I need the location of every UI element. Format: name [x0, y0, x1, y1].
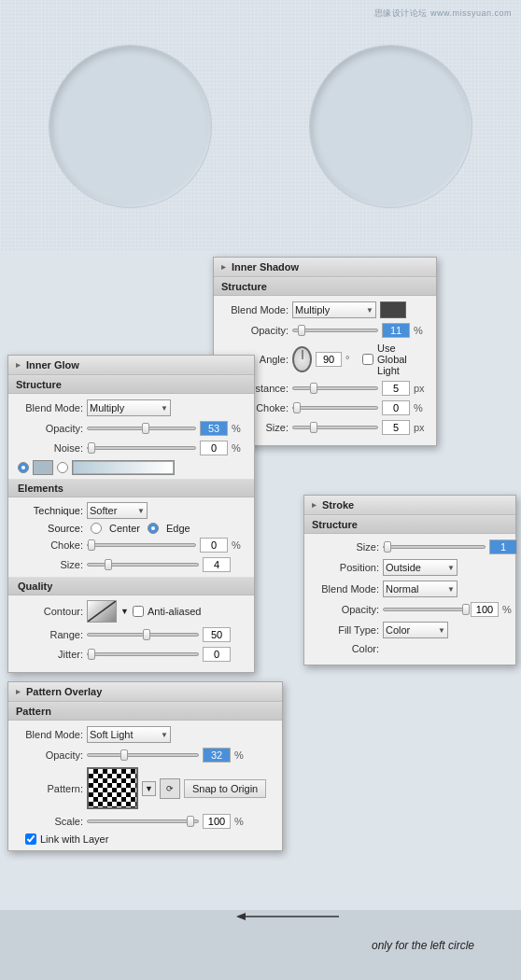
ig-noise-thumb[interactable] — [88, 442, 95, 454]
stroke-size-slider[interactable] — [383, 545, 486, 549]
scale-slider[interactable] — [87, 819, 199, 823]
pattern-overlay-title: Pattern Overlay — [8, 682, 282, 702]
po-blend-dropdown[interactable]: Soft Light ▼ — [87, 726, 171, 743]
angle-input[interactable]: 90 — [316, 352, 342, 367]
stroke-blend-dropdown[interactable]: Normal ▼ — [383, 581, 458, 597]
scale-label: Scale: — [18, 816, 83, 827]
po-blend-row: Blend Mode: Soft Light ▼ — [18, 726, 273, 743]
size-input[interactable]: 5 — [382, 420, 410, 435]
anti-alias-checkbox[interactable] — [133, 606, 144, 617]
range-thumb[interactable] — [143, 629, 150, 640]
gradient-preview[interactable] — [72, 460, 175, 475]
distance-thumb[interactable] — [310, 383, 317, 394]
pattern-expand[interactable]: ▼ — [142, 781, 156, 796]
ig-noise-row: Noise: 0 % — [18, 441, 245, 455]
ig-noise-input[interactable]: 0 — [200, 441, 228, 455]
angle-dial[interactable] — [292, 346, 312, 372]
ig-noise-label: Noise: — [18, 442, 83, 454]
distance-slider[interactable] — [292, 386, 378, 390]
inner-glow-structure-header: Structure — [8, 375, 254, 394]
ig-size-slider[interactable] — [87, 563, 199, 567]
gradient-radio[interactable] — [57, 462, 68, 473]
opacity-input[interactable]: 11 — [382, 323, 410, 338]
svg-marker-1 — [236, 913, 246, 920]
link-layer-row: Link with Layer — [18, 833, 273, 845]
po-opacity-label: Opacity: — [18, 749, 83, 761]
stroke-opacity-thumb[interactable] — [462, 604, 470, 615]
stroke-size-input[interactable]: 1 — [489, 539, 517, 554]
ig-noise-slider[interactable] — [87, 446, 196, 450]
po-opacity-input[interactable]: 32 — [203, 748, 231, 763]
range-row: Range: 50 — [18, 627, 245, 642]
po-blend-label: Blend Mode: — [18, 729, 83, 740]
stroke-opacity-input[interactable]: 100 — [471, 602, 499, 617]
range-slider[interactable] — [87, 633, 199, 637]
scale-thumb[interactable] — [187, 816, 194, 827]
global-light-row: Use Global Light — [362, 343, 427, 376]
pattern-section-header: Pattern — [8, 702, 282, 721]
scale-input[interactable]: 100 — [203, 814, 231, 829]
ig-size-thumb[interactable] — [105, 559, 112, 570]
opacity-slider[interactable] — [292, 329, 378, 332]
choke-input[interactable]: 0 — [382, 400, 410, 415]
size-thumb[interactable] — [310, 422, 317, 433]
distance-unit: px — [414, 383, 427, 394]
blend-mode-row: Blend Mode: Multiply ▼ — [223, 301, 427, 318]
choke-slider[interactable] — [292, 406, 378, 410]
pattern-overlay-dialog: Pattern Overlay Pattern Blend Mode: Soft… — [7, 681, 283, 851]
range-input[interactable]: 50 — [203, 627, 231, 642]
contour-expand[interactable]: ▼ — [120, 607, 129, 616]
po-opacity-row: Opacity: 32 % — [18, 748, 273, 763]
ig-blend-label: Blend Mode: — [18, 402, 83, 413]
canvas-area: 思缘设计论坛 www.missyuan.com — [0, 0, 521, 252]
source-edge-radio[interactable] — [148, 523, 159, 534]
source-center-radio[interactable] — [91, 523, 102, 534]
fill-type-dropdown[interactable]: Color ▼ — [383, 622, 448, 638]
contour-label: Contour: — [18, 606, 83, 617]
global-light-label: Use Global Light — [377, 343, 427, 376]
global-light-checkbox[interactable] — [362, 354, 373, 365]
ig-choke-unit: % — [232, 539, 245, 551]
stroke-opacity-row: Opacity: 100 % — [314, 602, 506, 617]
blend-mode-dropdown[interactable]: Multiply ▼ — [292, 301, 376, 318]
choke-unit: % — [414, 402, 427, 413]
link-layer-checkbox[interactable] — [25, 833, 36, 845]
jitter-thumb[interactable] — [88, 649, 95, 660]
contour-preview[interactable] — [87, 600, 117, 623]
link-layer-label: Link with Layer — [40, 833, 108, 845]
annotation-text: only for the left circle — [372, 939, 474, 952]
stroke-size-thumb[interactable] — [384, 541, 391, 553]
left-circle — [49, 45, 212, 208]
distance-input[interactable]: 5 — [382, 381, 410, 396]
pattern-load-button[interactable]: ⟳ — [160, 778, 180, 799]
stroke-position-dropdown[interactable]: Outside ▼ — [383, 559, 458, 576]
ig-size-input[interactable]: 4 — [203, 557, 231, 572]
ig-opacity-slider[interactable] — [87, 427, 196, 430]
po-opacity-slider[interactable] — [87, 753, 199, 757]
jitter-input[interactable]: 0 — [203, 647, 231, 662]
glow-color-swatch[interactable] — [33, 460, 53, 475]
ig-opacity-input[interactable]: 53 — [200, 421, 228, 436]
pattern-swatch[interactable] — [87, 767, 138, 809]
jitter-slider[interactable] — [87, 652, 199, 656]
color-radio-row — [18, 460, 245, 475]
technique-dropdown[interactable]: Softer ▼ — [87, 502, 148, 519]
ig-opacity-thumb[interactable] — [142, 423, 149, 434]
jitter-row: Jitter: 0 — [18, 647, 245, 662]
ig-choke-slider[interactable] — [87, 543, 196, 547]
ig-opacity-unit: % — [232, 423, 245, 434]
ig-choke-thumb[interactable] — [88, 539, 95, 551]
opacity-thumb[interactable] — [298, 325, 305, 336]
po-opacity-thumb[interactable] — [120, 749, 128, 761]
stroke-opacity-slider[interactable] — [383, 608, 467, 611]
choke-thumb[interactable] — [293, 402, 301, 413]
ig-blend-dropdown[interactable]: Multiply ▼ — [87, 399, 171, 416]
blend-color-swatch[interactable] — [380, 301, 406, 318]
size-slider[interactable] — [292, 426, 378, 429]
ig-blend-mode-row: Blend Mode: Multiply ▼ — [18, 399, 245, 416]
stroke-dialog: Stroke Structure Size: 1 px Position: Ou… — [303, 495, 516, 665]
inner-shadow-structure: Structure — [214, 277, 436, 296]
snap-origin-button[interactable]: Snap to Origin — [184, 779, 266, 798]
ig-choke-input[interactable]: 0 — [200, 538, 228, 553]
color-radio[interactable] — [18, 462, 29, 473]
